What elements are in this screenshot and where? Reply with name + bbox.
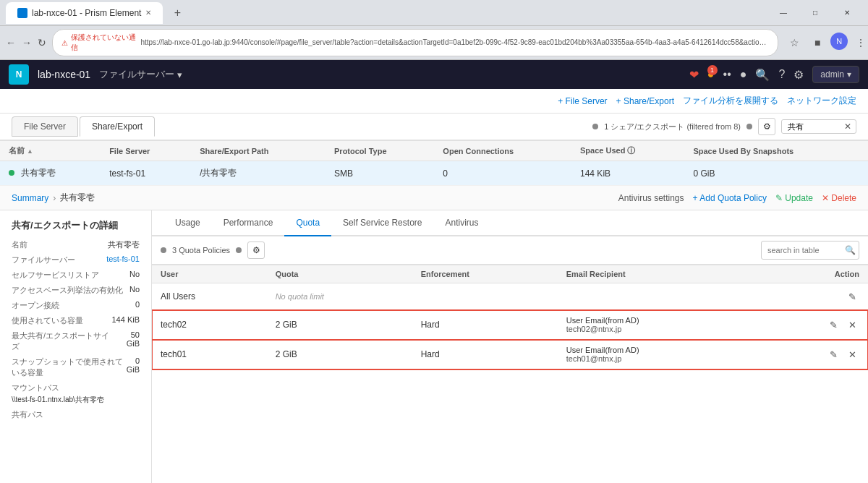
detail-tabs: Usage Performance Quota Self Service Res… xyxy=(152,210,868,236)
app-title: lab-nxce-01 xyxy=(38,69,90,80)
quota-cell-user-all: All Users xyxy=(152,283,267,310)
bell-icon[interactable]: ● 1 xyxy=(707,68,715,81)
settings-icon[interactable]: ● xyxy=(740,68,747,81)
edit-icon-tech02[interactable]: ✎ xyxy=(826,317,841,332)
tab-file-server[interactable]: File Server xyxy=(12,116,78,137)
breadcrumb-summary[interactable]: Summary xyxy=(12,193,48,203)
filter-input[interactable] xyxy=(782,120,840,133)
tab-self-service[interactable]: Self Service Restore xyxy=(331,210,433,236)
quota-cell-quota-all: No quota limit xyxy=(267,283,412,310)
col-path[interactable]: Share/Export Path xyxy=(191,141,326,161)
detail-value-acl: No xyxy=(129,285,140,296)
address-input[interactable]: ⚠ 保護されていない通信 https://lab-nxce-01.go-lab.… xyxy=(52,29,778,56)
detail-row-maxsize: 最大共有/エクスポートサイズ 50 GiB xyxy=(12,330,140,352)
add-file-server-link[interactable]: + File Server xyxy=(558,96,607,106)
filter-gear-button[interactable]: ⚙ xyxy=(758,118,775,135)
admin-dropdown-icon: ▾ xyxy=(847,69,851,80)
quota-col-enforcement[interactable]: Enforcement xyxy=(412,265,558,283)
network-settings-link[interactable]: ネットワーク設定 xyxy=(787,95,856,107)
table-row[interactable]: 共有零壱 test-fs-01 /共有零壱 SMB 0 144 KiB 0 Gi… xyxy=(0,161,868,186)
top-action-bar: + File Server + Share/Export ファイル分析を展開する… xyxy=(0,89,868,114)
tab-antivirus[interactable]: Antivirus xyxy=(433,210,490,236)
antivirus-settings-button[interactable]: Antivirus settings xyxy=(618,193,684,203)
col-connections[interactable]: Open Connections xyxy=(434,141,571,161)
quota-cell-quota-tech01: 2 GiB xyxy=(267,340,412,369)
help-icon[interactable]: ? xyxy=(778,68,785,81)
detail-label-maxsize: 最大共有/エクスポートサイズ xyxy=(12,330,116,352)
col-space-used[interactable]: Space Used ⓘ xyxy=(571,141,684,161)
edit-icon-tech01[interactable]: ✎ xyxy=(826,347,841,362)
share-export-table: 名前 ▲ File Server Share/Export Path Proto… xyxy=(0,140,868,186)
reload-button[interactable]: ↻ xyxy=(38,33,46,53)
email-type-tech01: User Email(from AD) xyxy=(566,346,748,354)
detail-row-acl: アクセスベース列挙法の有効化 No xyxy=(12,285,140,296)
extensions-icon[interactable]: ■ xyxy=(807,33,827,53)
col-file-server[interactable]: File Server xyxy=(101,141,191,161)
tab-quota[interactable]: Quota xyxy=(284,210,331,236)
close-button[interactable]: ✕ xyxy=(832,0,862,26)
quota-col-action[interactable]: Action xyxy=(757,265,868,283)
detail-value-snapshot-space: 0 GiB xyxy=(124,356,140,378)
detail-label-fileserver: ファイルサーバー xyxy=(12,255,75,265)
col-protocol[interactable]: Protocol Type xyxy=(326,141,434,161)
cell-protocol: SMB xyxy=(326,161,434,186)
delete-icon-tech01[interactable]: ✕ xyxy=(845,347,859,362)
app-header: N lab-nxce-01 ファイルサーバー ▾ ❤ ● 1 •• ● 🔍 ? … xyxy=(0,60,868,89)
add-share-export-link[interactable]: + Share/Export xyxy=(616,96,674,106)
delete-icon-tech02[interactable]: ✕ xyxy=(845,317,859,332)
quota-status-dot xyxy=(161,247,166,253)
quota-cell-action-all: ✎ xyxy=(757,283,868,310)
breadcrumb-bar: Summary › 共有零壱 Antivirus settings + Add … xyxy=(0,186,868,210)
quota-cell-email-all xyxy=(558,283,757,310)
col-space-snapshots[interactable]: Space Used By Snapshots xyxy=(684,141,868,161)
filter-status-dot xyxy=(592,124,598,129)
quota-cell-action-tech02: ✎ ✕ xyxy=(757,310,868,340)
filter-clear-icon[interactable]: ✕ xyxy=(840,121,856,132)
minimize-button[interactable]: — xyxy=(768,0,799,26)
quota-cell-user-tech02: tech02 xyxy=(152,310,267,340)
new-tab-button[interactable]: + xyxy=(169,4,186,22)
breadcrumb-actions: Antivirus settings + Add Quota Policy ✎ … xyxy=(618,193,856,203)
browser-tab[interactable]: lab-nxce-01 - Prism Element ✕ xyxy=(6,2,163,24)
quota-col-quota[interactable]: Quota xyxy=(267,265,412,283)
search-in-table-input[interactable] xyxy=(762,244,841,257)
search-icon[interactable]: 🔍 xyxy=(841,241,859,259)
nav-file-server[interactable]: ファイルサーバー ▾ xyxy=(99,68,182,81)
window-controls: — □ ✕ xyxy=(768,0,862,26)
detail-section: 共有/エクスポートの詳細 名前 共有零壱 ファイルサーバー test-fs-01… xyxy=(0,210,868,483)
profile-icon[interactable]: N xyxy=(830,33,848,50)
forward-button[interactable]: → xyxy=(22,33,32,53)
detail-label-mountpath: マウントパス xyxy=(12,382,140,393)
heart-icon[interactable]: ❤ xyxy=(689,68,699,82)
quota-toolbar: 3 Quota Policies ⚙ 🔍 xyxy=(152,236,868,265)
tab-usage[interactable]: Usage xyxy=(163,210,212,236)
update-button[interactable]: ✎ Update xyxy=(775,193,813,203)
quota-col-email[interactable]: Email Recipient xyxy=(558,265,757,283)
quota-count: 3 Quota Policies xyxy=(172,246,230,255)
menu-icon[interactable]: ⋮ xyxy=(851,33,868,53)
quota-col-user[interactable]: User xyxy=(152,265,267,283)
cell-connections: 0 xyxy=(434,161,571,186)
quota-cell-action-tech01: ✎ ✕ xyxy=(757,340,868,369)
file-analysis-link[interactable]: ファイル分析を展開する xyxy=(683,95,778,107)
tab-performance[interactable]: Performance xyxy=(212,210,285,236)
detail-value-connections: 0 xyxy=(135,300,140,311)
bookmark-icon[interactable]: ☆ xyxy=(784,33,804,53)
restore-button[interactable]: □ xyxy=(800,0,830,26)
dots-icon[interactable]: •• xyxy=(723,68,731,81)
add-quota-button[interactable]: + Add Quota Policy xyxy=(693,193,767,203)
detail-row-connections: オープン接続 0 xyxy=(12,300,140,311)
tab-close-icon[interactable]: ✕ xyxy=(145,9,151,17)
tab-share-export[interactable]: Share/Export xyxy=(80,116,155,137)
admin-button[interactable]: admin ▾ xyxy=(812,66,859,83)
delete-button[interactable]: ✕ Delete xyxy=(822,193,856,203)
detail-row-snapshot-space: スナップショットで使用されている容量 0 GiB xyxy=(12,356,140,378)
gear-header-icon[interactable]: ⚙ xyxy=(793,68,804,82)
quota-gear-button[interactable]: ⚙ xyxy=(247,241,265,259)
back-button[interactable]: ← xyxy=(6,33,16,53)
search-header-icon[interactable]: 🔍 xyxy=(755,68,770,82)
col-name[interactable]: 名前 ▲ xyxy=(0,141,101,161)
detail-value-fileserver[interactable]: test-fs-01 xyxy=(106,255,140,265)
detail-row-space: 使用されている容量 144 KiB xyxy=(12,315,140,326)
edit-icon-all[interactable]: ✎ xyxy=(845,289,859,304)
